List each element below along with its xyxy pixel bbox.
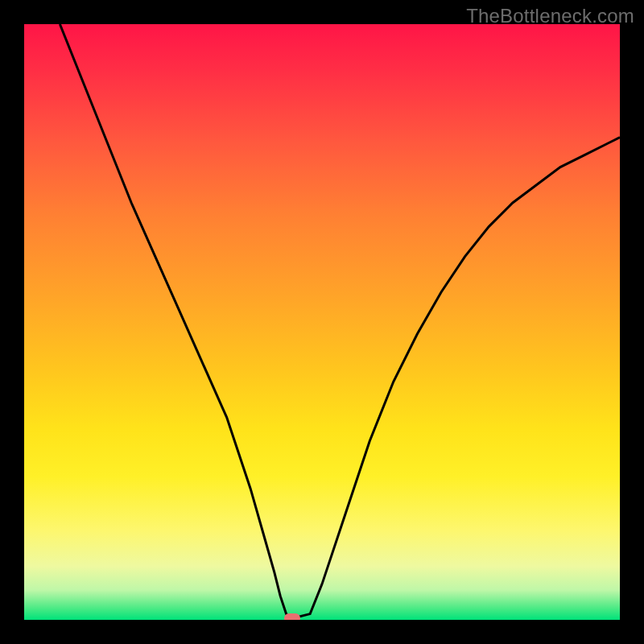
chart-frame: TheBottleneck.com — [0, 0, 644, 644]
plot-area — [24, 24, 620, 620]
minimum-marker — [284, 613, 300, 620]
watermark-text: TheBottleneck.com — [466, 5, 634, 27]
bottleneck-curve — [24, 24, 620, 620]
